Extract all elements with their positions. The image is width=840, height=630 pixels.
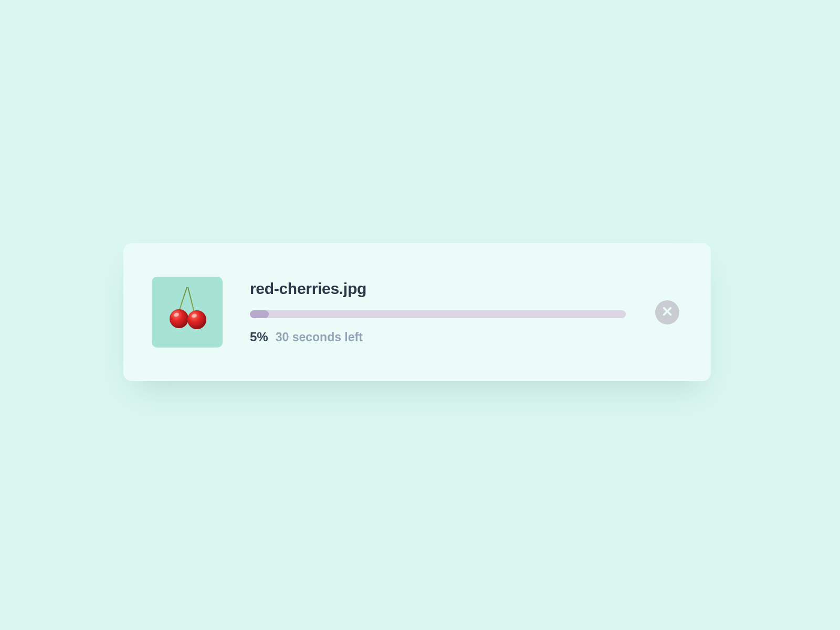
progress-bar-fill	[250, 310, 269, 318]
file-thumbnail	[152, 277, 223, 348]
upload-status-row: 5% 30 seconds left	[250, 330, 626, 344]
cancel-upload-button[interactable]	[655, 300, 679, 324]
progress-bar-track	[250, 310, 626, 318]
time-remaining: 30 seconds left	[276, 330, 363, 344]
upload-info: red-cherries.jpg 5% 30 seconds left	[250, 280, 626, 344]
upload-progress-card: red-cherries.jpg 5% 30 seconds left	[123, 243, 711, 381]
close-icon	[662, 306, 673, 319]
progress-percent: 5%	[250, 330, 268, 344]
file-name: red-cherries.jpg	[250, 280, 626, 298]
